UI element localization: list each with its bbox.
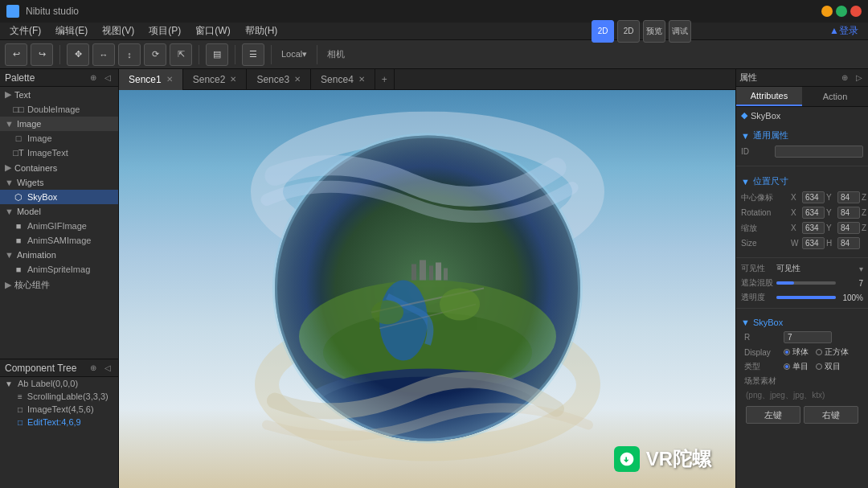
palette-cat-containers-label: Containers — [14, 163, 57, 173]
palette-item-imagetext[interactable]: □T ImageText — [0, 146, 118, 160]
palette-cat-containers[interactable]: ▶ Containers — [0, 160, 118, 175]
upload-right-button[interactable]: 右键 — [804, 406, 858, 424]
attr-collapse[interactable]: ▷ — [854, 72, 865, 84]
tree-search[interactable]: ⊕ — [88, 363, 99, 374]
skybox-r-row: R — [741, 330, 863, 345]
upload-left-button[interactable]: 左键 — [746, 406, 800, 424]
palette-item-animgif[interactable]: ■ AnimGIFImage — [0, 219, 118, 233]
tab-sence3-close[interactable]: ✕ — [294, 75, 301, 84]
tab-sence4[interactable]: Sence4 ✕ — [311, 69, 375, 90]
tab-sence1[interactable]: Sence1 ✕ — [119, 69, 183, 90]
transform-section-title[interactable]: ▼ 位置尺寸 — [741, 173, 863, 190]
scale-y-input[interactable] — [837, 222, 860, 234]
size-h-label: H — [826, 239, 836, 248]
move-tool[interactable]: ✥ — [67, 43, 89, 66]
layout-button[interactable]: ▤ — [206, 43, 228, 66]
2d-button[interactable]: 2D — [592, 20, 614, 43]
palette-search[interactable]: ⊕ — [88, 72, 99, 84]
visibility-value[interactable]: 可见性 — [776, 263, 856, 274]
local-label[interactable]: Local▾ — [278, 49, 310, 59]
type-stereo-radio[interactable] — [816, 363, 822, 370]
tab-action[interactable]: Action — [802, 87, 868, 106]
redo-button[interactable]: ↪ — [31, 43, 53, 66]
palette-item-image[interactable]: □ Image — [0, 131, 118, 146]
separator-4 — [271, 45, 272, 64]
node-collapse-icon[interactable]: ◆ — [741, 110, 747, 121]
tab-sence4-close[interactable]: ✕ — [358, 75, 365, 84]
palette-item-animsprite[interactable]: ■ AnimSpriteImag — [0, 262, 118, 277]
anchor-tool[interactable]: ⇱ — [170, 43, 192, 66]
rotation-x-input[interactable] — [802, 207, 825, 219]
palette-item-animsam[interactable]: ■ AnimSAMImage — [0, 233, 118, 248]
menu-view[interactable]: 视图(V) — [96, 23, 141, 39]
divider-2 — [736, 257, 868, 258]
canvas-viewport[interactable]: VR陀螺 — [119, 90, 735, 488]
tab-attributes[interactable]: Attributes — [736, 87, 802, 106]
menu-edit[interactable]: 编辑(E) — [49, 23, 94, 39]
tab-sence2-close[interactable]: ✕ — [230, 75, 236, 84]
general-section-title[interactable]: ▼ 通用属性 — [741, 127, 863, 144]
debug-button[interactable]: 调试 — [669, 20, 691, 43]
separator-2 — [199, 45, 199, 64]
tab-sence4-label: Sence4 — [321, 74, 354, 85]
palette-item-skybox[interactable]: ⬡ SkyBox — [0, 190, 118, 204]
scale-x-tool[interactable]: ↔ — [92, 43, 115, 66]
id-value[interactable] — [775, 146, 863, 158]
size-w-input[interactable] — [802, 237, 825, 249]
opacity-slider[interactable] — [776, 296, 836, 299]
tab-sence3[interactable]: Sence3 ✕ — [247, 69, 311, 90]
tab-sence1-label: Sence1 — [129, 74, 162, 85]
maximize-button[interactable] — [836, 6, 847, 17]
preview-button[interactable]: 预览 — [643, 20, 665, 43]
menu-window[interactable]: 窗口(W) — [189, 23, 236, 39]
palette-collapse[interactable]: ◁ — [102, 72, 113, 84]
palette-cat-image[interactable]: ▼ Image — [0, 117, 118, 131]
tab-sence1-close[interactable]: ✕ — [166, 75, 173, 84]
palette-item-doubleimage[interactable]: □□ DoubleImage — [0, 102, 118, 117]
type-mono-radio[interactable] — [784, 363, 790, 370]
attr-search[interactable]: ⊕ — [839, 72, 850, 84]
tree-item-label[interactable]: ▼ Ab Label(0,0,0) — [0, 377, 118, 390]
close-button[interactable] — [850, 6, 862, 17]
scale-y-tool[interactable]: ↕ — [118, 43, 141, 66]
blur-slider[interactable] — [776, 281, 836, 285]
palette-cat-model[interactable]: ▼ Model — [0, 204, 118, 219]
visibility-arrow[interactable]: ▾ — [859, 265, 863, 273]
display-sphere-radio[interactable] — [784, 349, 790, 355]
tab-sence2[interactable]: Sence2 ✕ — [183, 69, 248, 90]
tree-item-label-text: Ab Label(0,0,0) — [18, 379, 78, 388]
rotation-y-input[interactable] — [837, 207, 860, 219]
palette-item-doubleimage-label: DoubleImage — [27, 105, 80, 114]
palette-cat-core[interactable]: ▶ 核心组件 — [0, 277, 118, 293]
tree-collapse[interactable]: ◁ — [102, 363, 113, 374]
2d-alt-button[interactable]: 2D — [617, 20, 640, 43]
menu-file[interactable]: 文件(F) — [3, 23, 47, 39]
rotate-tool[interactable]: ⟳ — [144, 43, 166, 66]
display-cube-radio[interactable] — [816, 349, 822, 355]
undo-button[interactable]: ↩ — [5, 43, 27, 66]
blur-row: 遮染混股 7 — [736, 276, 868, 290]
center-y-input[interactable] — [837, 191, 860, 203]
scale-x-input[interactable] — [802, 222, 825, 234]
palette-cat-animation[interactable]: ▼ Animation — [0, 248, 118, 262]
size-h-input[interactable] — [837, 237, 860, 249]
login-button[interactable]: ▲登录 — [829, 24, 858, 38]
tree-item-edittext[interactable]: □ EditText:4,6,9 — [0, 416, 118, 429]
r-input[interactable] — [784, 331, 832, 343]
menu-project[interactable]: 项目(P) — [142, 23, 187, 39]
camera-label[interactable]: 相机 — [324, 48, 348, 60]
minimize-button[interactable] — [821, 6, 833, 17]
palette-cat-wigets[interactable]: ▼ Wigets — [0, 175, 118, 190]
palette-title: Palette — [5, 72, 35, 84]
tab-add[interactable]: + — [375, 69, 395, 90]
tree-item-scrolling[interactable]: ≡ ScrollingLable(3,3,3) — [0, 390, 118, 403]
menu-help[interactable]: 帮助(H) — [239, 23, 285, 39]
component-tree-title: Component Tree — [5, 363, 76, 374]
center-x-input[interactable] — [802, 191, 825, 203]
rotation-row: Rotation X Y Z — [741, 205, 863, 220]
palette-cat-text[interactable]: ▶ Text — [0, 87, 118, 102]
tree-item-imagetext[interactable]: □ ImageText(4,5,6) — [0, 403, 118, 416]
skybox-section-title[interactable]: ▼ SkyBox — [741, 315, 863, 330]
tree-item-edittext-text: EditText:4,6,9 — [27, 417, 81, 427]
component-button[interactable]: ☰ — [242, 43, 264, 66]
